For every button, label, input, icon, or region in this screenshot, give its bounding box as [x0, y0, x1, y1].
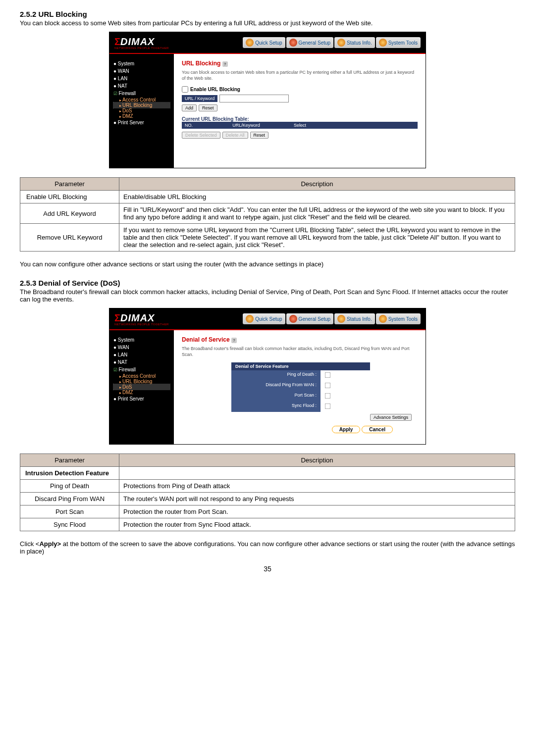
delete-all-button[interactable]: Delete All: [222, 132, 248, 139]
sidebar-item-lan[interactable]: LAN: [113, 351, 170, 358]
sidebar-item-url-blocking[interactable]: URL Blocking: [113, 102, 170, 108]
section-title: URL Blocking: [39, 10, 87, 18]
nav-general-setup[interactable]: General Setup: [286, 37, 334, 48]
edimax-logo: ΣDIMAX NETWORKING PEOPLE TOGETHER: [114, 36, 169, 50]
table-row: Ping of Death Protections from Ping of D…: [20, 480, 515, 493]
section-heading: 2.5.3 Denial of Service (DoS): [20, 279, 515, 287]
table-row: Intrusion Detection Feature: [20, 467, 515, 480]
table-row: Remove URL Keyword If you want to remove…: [20, 224, 515, 252]
sidebar-item-system[interactable]: System: [113, 60, 170, 67]
section-intro: You can block access to some Web sites f…: [20, 19, 515, 27]
desc-cell: Protection the router from Port Scan.: [119, 505, 515, 518]
page-number: 35: [20, 565, 515, 573]
screenshot-header: ΣDIMAX NETWORKING PEOPLE TOGETHER Quick …: [109, 308, 426, 329]
param-cell: Intrusion Detection Feature: [20, 467, 119, 480]
param-cell: Enable URL Blocking: [20, 191, 119, 203]
sidebar-item-wan[interactable]: WAN: [113, 344, 170, 351]
sidebar-item-lan[interactable]: LAN: [113, 75, 170, 82]
th-parameter: Parameter: [20, 178, 119, 191]
reset-button[interactable]: Reset: [199, 104, 217, 111]
section-heading: 2.5.2 URL Blocking: [20, 10, 515, 18]
sidebar-item-print-server[interactable]: Print Server: [113, 119, 170, 126]
help-icon[interactable]: ?: [231, 338, 237, 343]
panel-desc: The Broadband router's firewall can bloc…: [182, 346, 418, 357]
screenshot-header: ΣDIMAX NETWORKING PEOPLE TOGETHER Quick …: [109, 32, 426, 53]
discard-ping-wan-label: Discard Ping From WAN :: [231, 381, 321, 391]
enable-url-blocking-label: Enable URL Blocking: [190, 87, 240, 92]
sidebar-item-dmz[interactable]: DMZ: [113, 390, 170, 395]
advance-settings-button[interactable]: Advance Settings: [370, 414, 412, 421]
apply-button[interactable]: Apply: [332, 426, 361, 433]
nav-system-tools[interactable]: System Tools: [376, 313, 421, 324]
desc-cell: The router's WAN port will not respond t…: [119, 493, 515, 505]
sidebar-item-access-control[interactable]: Access Control: [113, 97, 170, 102]
url-blocking-screenshot: ΣDIMAX NETWORKING PEOPLE TOGETHER Quick …: [109, 32, 426, 168]
panel-title: URL Blocking ?: [182, 60, 418, 67]
table-row: Enable URL Blocking Enable/disable URL B…: [20, 191, 515, 203]
th-no: NO.: [182, 122, 202, 129]
param-cell: Ping of Death: [20, 480, 119, 493]
desc-cell: [119, 467, 515, 480]
panel-desc: You can block access to certain Web site…: [182, 70, 418, 81]
sync-flood-label: Sync Flood :: [231, 402, 321, 412]
sidebar-item-print-server[interactable]: Print Server: [113, 395, 170, 403]
table-row: Port Scan Protection the router from Por…: [20, 505, 515, 518]
sidebar-item-dmz[interactable]: DMZ: [113, 113, 170, 119]
section-num: 2.5.3: [20, 279, 36, 287]
discard-ping-wan-checkbox[interactable]: [325, 383, 331, 389]
sidebar-item-url-blocking[interactable]: URL Blocking: [113, 379, 170, 384]
nav-system-tools[interactable]: System Tools: [376, 37, 421, 48]
sidebar-item-system[interactable]: System: [113, 336, 170, 344]
sidebar-item-firewall[interactable]: Firewall: [113, 366, 170, 373]
delete-selected-button[interactable]: Delete Selected: [182, 132, 220, 139]
nav-general-setup[interactable]: General Setup: [286, 313, 334, 324]
desc-cell: Enable/disable URL Blocking: [119, 191, 515, 203]
sidebar-item-dos[interactable]: DoS: [113, 384, 170, 390]
nav-buttons: Quick Setup General Setup Status Info. S…: [243, 37, 421, 48]
desc-cell: Protections from Ping of Death attack: [119, 480, 515, 493]
param-cell: Port Scan: [20, 505, 119, 518]
sidebar-item-nat[interactable]: NAT: [113, 82, 170, 90]
th-url-keyword: URL/Keyword: [202, 122, 291, 129]
nav-buttons: Quick Setup General Setup Status Info. S…: [243, 313, 421, 324]
panel-title: Denial of Service ?: [182, 336, 418, 343]
nav-status-info[interactable]: Status Info.: [334, 37, 375, 48]
ping-of-death-checkbox[interactable]: [325, 372, 331, 378]
section-title: Denial of Service (DoS): [39, 279, 120, 287]
globe-icon: [289, 315, 297, 323]
globe-icon: [379, 39, 387, 47]
reset-table-button[interactable]: Reset: [250, 132, 269, 139]
th-description: Description: [119, 454, 515, 467]
nav-status-info[interactable]: Status Info.: [334, 313, 375, 324]
sidebar-item-wan[interactable]: WAN: [113, 67, 170, 75]
dos-feature-grid: Denial of Service Feature Ping of Death …: [231, 362, 418, 421]
sync-flood-checkbox[interactable]: [325, 403, 331, 409]
th-parameter: Parameter: [20, 454, 119, 467]
dos-feature-title: Denial of Service Feature: [231, 362, 370, 370]
port-scan-checkbox[interactable]: [325, 393, 331, 399]
sidebar: System WAN LAN NAT Firewall Access Contr…: [109, 330, 174, 444]
ping-of-death-label: Ping of Death :: [231, 370, 321, 381]
sidebar-item-dos[interactable]: DoS: [113, 108, 170, 113]
url-keyword-input[interactable]: [219, 95, 289, 102]
section-num: 2.5.2: [20, 10, 36, 18]
globe-icon: [246, 39, 254, 47]
desc-cell: If you want to remove some URL keyword f…: [119, 224, 515, 252]
logo-subtitle: NETWORKING PEOPLE TOGETHER: [114, 47, 169, 50]
help-icon[interactable]: ?: [222, 61, 228, 67]
globe-icon: [337, 315, 345, 323]
nav-quick-setup[interactable]: Quick Setup: [243, 37, 285, 48]
desc-cell: Protection the router from Sync Flood at…: [119, 518, 515, 531]
sidebar-item-nat[interactable]: NAT: [113, 358, 170, 366]
sidebar-item-access-control[interactable]: Access Control: [113, 373, 170, 379]
sidebar-item-firewall[interactable]: Firewall: [113, 90, 170, 97]
add-button[interactable]: Add: [182, 104, 197, 111]
cancel-button[interactable]: Cancel: [362, 426, 393, 433]
nav-quick-setup[interactable]: Quick Setup: [243, 313, 285, 324]
blocking-table-header: NO. URL/Keyword Select: [182, 122, 418, 129]
enable-url-blocking-checkbox[interactable]: [182, 86, 188, 93]
port-scan-label: Port Scan :: [231, 391, 321, 402]
sidebar: System WAN LAN NAT Firewall Access Contr…: [109, 54, 174, 168]
th-select: Select: [291, 122, 321, 129]
content-panel: URL Blocking ? You can block access to c…: [174, 54, 426, 168]
